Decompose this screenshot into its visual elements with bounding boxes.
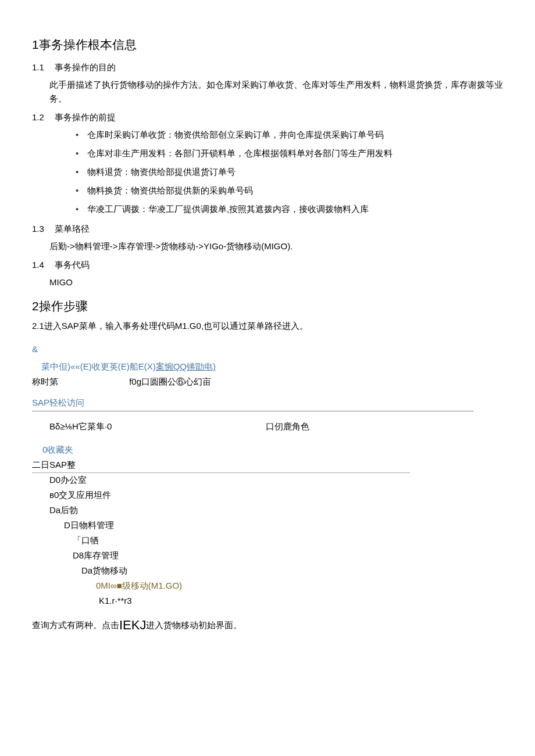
section-1-3-num: 1.3: [32, 222, 44, 236]
section-1-2-bullets: 仓库时采购订单收货：物资供给部创立采购订单，井向仓库提供采购订单号码 仓库对非生…: [76, 128, 503, 216]
bottom-text: 查询方式有两种。点击IEKJ进入货物移动初始界面。: [32, 615, 503, 635]
sap-toolbar-right: f0g口圆圈公⑥心幻亩: [129, 375, 211, 389]
section-1-2-heading: 1.2事务操作的前提: [32, 110, 503, 124]
section-1-1-heading: 1.1事务操作的目的: [32, 60, 503, 74]
section-1-1-num: 1.1: [32, 60, 44, 74]
section-1-3-heading: 1.3菜单珞径: [32, 222, 503, 236]
bullet-item: 仓库时采购订单收货：物资供给部创立采购订单，井向仓库提供采购订单号码: [76, 128, 503, 142]
sap-command-field[interactable]: &: [32, 342, 503, 356]
tree-office[interactable]: D0办公室: [49, 473, 503, 487]
bottom-suffix: 进入货物移动初始界面。: [146, 620, 242, 630]
tree-cross-app[interactable]: в0交叉应用坦件: [49, 488, 503, 502]
tree-sap-root[interactable]: 二日SAP整: [32, 458, 410, 473]
sap-sub-toolbar: Bδ≥⅛H它菜隼·0 口仞鹿角色: [49, 420, 503, 433]
section-1-4-body: MIGO: [49, 275, 503, 289]
tree-migo[interactable]: 0MI∞■级移动(M1.GO): [96, 579, 503, 593]
sap-sub-toolbar-right: 口仞鹿角色: [266, 420, 309, 433]
section-1-4-num: 1.4: [32, 258, 44, 272]
tree-k1[interactable]: K1.r·**r3: [99, 594, 503, 608]
sap-tree: 0收藏夹 二日SAP整 D0办公室 в0交叉应用坦件 Da后勃 D日物料管理 「…: [32, 443, 503, 608]
bullet-item: 仓库对非生产用发料：各部门开锁料单，仓库根据领料单对各部门等生产用发料: [76, 146, 503, 160]
bottom-big: IEKJ: [119, 618, 146, 632]
section-1-4-heading: 1.4事务代码: [32, 258, 503, 272]
section-1-4-title: 事务代码: [55, 260, 90, 270]
bottom-prefix: 查询方式有两种。点击: [32, 620, 119, 630]
tree-materials-mgmt[interactable]: D日物料管理: [64, 518, 503, 532]
section-1-2-num: 1.2: [32, 110, 44, 124]
tree-inventory-mgmt[interactable]: D8库存管理: [73, 549, 503, 562]
section1-title: 1事务操作根本信息: [32, 35, 503, 55]
sap-toolbar-left: 称时第: [32, 375, 58, 389]
sap-menu-bar-text: 菜中但)««(E)收更英(E)船E(X): [41, 361, 156, 371]
sap-menu-bar[interactable]: 菜中但)««(E)收更英(E)船E(X)案惋QQ锵勖电): [41, 360, 503, 374]
section-1-3-body: 后勤->物料管理->库存管理->货物移动->YIGo-货物移动(MIGO).: [49, 239, 503, 253]
section-1-3-title: 菜单珞径: [55, 224, 90, 234]
tree-favorites[interactable]: 0收藏夹: [42, 443, 503, 457]
section-1-1-title: 事务操作的目的: [55, 62, 116, 72]
tree-goods-movement[interactable]: Da货物移动: [81, 564, 503, 578]
bullet-item: 物料退货：物资供给部提供退货订单号: [76, 165, 503, 179]
section2-title: 2操作步骤: [32, 296, 503, 316]
sap-toolbar: 称时第 f0g口圆圈公⑥心幻亩: [32, 375, 503, 389]
section-1-1-body: 此手册描述了执行货物移动的操作方法。如仓库对采购订单收货、仓库对等生产用发料，物…: [49, 78, 503, 106]
tree-logistics[interactable]: Da后勃: [49, 503, 503, 517]
tree-purchasing[interactable]: 「口牺: [73, 533, 503, 547]
section2-step: 2.1进入SAP菜单，输入事务处理代码M1.G0,也可以通过菜单路径进入。: [32, 319, 503, 333]
sap-screenshot-region: & 菜中但)««(E)收更英(E)船E(X)案惋QQ锵勖电) 称时第 f0g口圆…: [32, 342, 503, 608]
bullet-item: 物料换货：物资供给部提供新的采购单号码: [76, 184, 503, 198]
sap-menu-bar-underlined: 案惋QQ锵勖电): [156, 361, 216, 371]
bullet-item: 华凌工厂调拨：华凌工厂提供调拨单,按照其遮拨内容，接收调拨物料入库: [76, 202, 503, 216]
section-1-2-title: 事务操作的前提: [55, 112, 116, 122]
sap-sub-toolbar-left: Bδ≥⅛H它菜隼·0: [49, 420, 112, 433]
sap-screen-title: SAP轻松访问: [32, 396, 474, 411]
